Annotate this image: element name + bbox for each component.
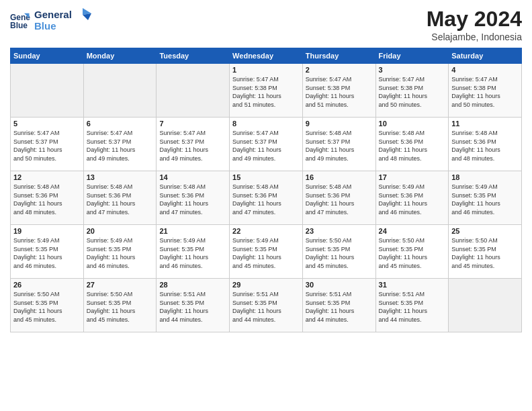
day-number: 6 (87, 120, 154, 128)
col-sunday: Sunday (11, 48, 84, 64)
table-row: 5Sunrise: 5:47 AMSunset: 5:37 PMDaylight… (11, 118, 84, 171)
day-info: Sunrise: 5:48 AMSunset: 5:36 PMDaylight:… (13, 183, 81, 216)
day-info: Sunrise: 5:47 AMSunset: 5:37 PMDaylight:… (159, 129, 226, 163)
day-number: 3 (379, 66, 446, 74)
table-row: 13Sunrise: 5:48 AMSunset: 5:36 PMDayligh… (83, 171, 157, 225)
col-saturday: Saturday (449, 48, 522, 64)
col-tuesday: Tuesday (157, 48, 230, 64)
table-row: 23Sunrise: 5:50 AMSunset: 5:35 PMDayligh… (302, 225, 375, 279)
calendar-week-row: 12Sunrise: 5:48 AMSunset: 5:36 PMDayligh… (11, 171, 522, 225)
table-row: 27Sunrise: 5:50 AMSunset: 5:35 PMDayligh… (83, 279, 157, 332)
location: Selajambe, Indonesia (427, 32, 522, 42)
table-row: 1Sunrise: 5:47 AMSunset: 5:38 PMDaylight… (230, 64, 303, 118)
day-info: Sunrise: 5:50 AMSunset: 5:35 PMDaylight:… (451, 236, 519, 270)
day-info: Sunrise: 5:48 AMSunset: 5:36 PMDaylight:… (306, 183, 373, 216)
table-row: 17Sunrise: 5:49 AMSunset: 5:36 PMDayligh… (375, 171, 449, 225)
table-row: 4Sunrise: 5:47 AMSunset: 5:38 PMDaylight… (449, 64, 522, 118)
day-number: 12 (13, 173, 81, 181)
table-row: 28Sunrise: 5:51 AMSunset: 5:35 PMDayligh… (157, 279, 230, 332)
day-number: 30 (306, 281, 373, 289)
day-info: Sunrise: 5:51 AMSunset: 5:35 PMDaylight:… (159, 290, 226, 324)
table-row (449, 279, 522, 332)
day-info: Sunrise: 5:49 AMSunset: 5:35 PMDaylight:… (87, 236, 154, 270)
day-number: 24 (379, 227, 446, 235)
day-number: 7 (159, 120, 226, 128)
table-row: 2Sunrise: 5:47 AMSunset: 5:38 PMDaylight… (302, 64, 375, 118)
table-row: 30Sunrise: 5:51 AMSunset: 5:35 PMDayligh… (302, 279, 375, 332)
table-row: 8Sunrise: 5:47 AMSunset: 5:37 PMDaylight… (230, 118, 303, 171)
day-number: 26 (13, 281, 81, 289)
table-row: 12Sunrise: 5:48 AMSunset: 5:36 PMDayligh… (11, 171, 84, 225)
col-wednesday: Wednesday (230, 48, 303, 64)
header: General Blue General Blue May 2024 Selaj… (10, 7, 522, 42)
day-info: Sunrise: 5:51 AMSunset: 5:35 PMDaylight:… (232, 290, 300, 324)
day-number: 4 (451, 66, 519, 74)
day-number: 28 (159, 281, 226, 289)
day-info: Sunrise: 5:51 AMSunset: 5:35 PMDaylight:… (306, 290, 373, 324)
calendar-week-row: 26Sunrise: 5:50 AMSunset: 5:35 PMDayligh… (11, 279, 522, 332)
table-row: 10Sunrise: 5:48 AMSunset: 5:36 PMDayligh… (375, 118, 449, 171)
calendar-week-row: 1Sunrise: 5:47 AMSunset: 5:38 PMDaylight… (11, 64, 522, 118)
table-row: 16Sunrise: 5:48 AMSunset: 5:36 PMDayligh… (302, 171, 375, 225)
table-row: 21Sunrise: 5:49 AMSunset: 5:35 PMDayligh… (157, 225, 230, 279)
table-row: 9Sunrise: 5:48 AMSunset: 5:37 PMDaylight… (302, 118, 375, 171)
table-row: 14Sunrise: 5:48 AMSunset: 5:36 PMDayligh… (157, 171, 230, 225)
logo: General Blue General Blue (10, 7, 95, 35)
day-number: 29 (232, 281, 300, 289)
title-area: May 2024 Selajambe, Indonesia (427, 7, 522, 42)
day-number: 11 (451, 120, 519, 128)
table-row: 18Sunrise: 5:49 AMSunset: 5:35 PMDayligh… (449, 171, 522, 225)
day-info: Sunrise: 5:47 AMSunset: 5:38 PMDaylight:… (232, 75, 300, 109)
table-row: 7Sunrise: 5:47 AMSunset: 5:37 PMDaylight… (157, 118, 230, 171)
day-info: Sunrise: 5:49 AMSunset: 5:35 PMDaylight:… (232, 236, 300, 270)
calendar-week-row: 5Sunrise: 5:47 AMSunset: 5:37 PMDaylight… (11, 118, 522, 171)
day-number: 5 (13, 120, 81, 128)
day-info: Sunrise: 5:48 AMSunset: 5:36 PMDaylight:… (379, 129, 446, 163)
month-title: May 2024 (427, 7, 522, 32)
day-info: Sunrise: 5:48 AMSunset: 5:36 PMDaylight:… (87, 183, 154, 216)
day-info: Sunrise: 5:49 AMSunset: 5:35 PMDaylight:… (451, 183, 519, 216)
day-number: 20 (87, 227, 154, 235)
logo-bird-icon: General Blue (34, 7, 95, 32)
day-number: 16 (306, 173, 373, 181)
day-number: 21 (159, 227, 226, 235)
page: General Blue General Blue May 2024 Selaj… (0, 0, 532, 411)
day-number: 14 (159, 173, 226, 181)
day-number: 25 (451, 227, 519, 235)
table-row: 19Sunrise: 5:49 AMSunset: 5:35 PMDayligh… (11, 225, 84, 279)
day-info: Sunrise: 5:50 AMSunset: 5:35 PMDaylight:… (87, 290, 154, 324)
day-info: Sunrise: 5:47 AMSunset: 5:38 PMDaylight:… (379, 75, 446, 109)
day-info: Sunrise: 5:48 AMSunset: 5:37 PMDaylight:… (306, 129, 373, 163)
day-info: Sunrise: 5:47 AMSunset: 5:38 PMDaylight:… (306, 75, 373, 109)
calendar-week-row: 19Sunrise: 5:49 AMSunset: 5:35 PMDayligh… (11, 225, 522, 279)
day-info: Sunrise: 5:50 AMSunset: 5:35 PMDaylight:… (306, 236, 373, 270)
day-info: Sunrise: 5:47 AMSunset: 5:37 PMDaylight:… (87, 129, 154, 163)
day-number: 13 (87, 173, 154, 181)
svg-text:Blue: Blue (34, 20, 56, 32)
table-row: 6Sunrise: 5:47 AMSunset: 5:37 PMDaylight… (83, 118, 157, 171)
day-info: Sunrise: 5:48 AMSunset: 5:36 PMDaylight:… (451, 129, 519, 163)
day-info: Sunrise: 5:48 AMSunset: 5:36 PMDaylight:… (232, 183, 300, 216)
col-thursday: Thursday (302, 48, 375, 64)
table-row (11, 64, 84, 118)
day-info: Sunrise: 5:49 AMSunset: 5:36 PMDaylight:… (379, 183, 446, 216)
day-info: Sunrise: 5:50 AMSunset: 5:35 PMDaylight:… (379, 236, 446, 270)
day-number: 2 (306, 66, 373, 74)
day-number: 10 (379, 120, 446, 128)
table-row: 20Sunrise: 5:49 AMSunset: 5:35 PMDayligh… (83, 225, 157, 279)
day-info: Sunrise: 5:48 AMSunset: 5:36 PMDaylight:… (159, 183, 226, 216)
table-row: 31Sunrise: 5:51 AMSunset: 5:35 PMDayligh… (375, 279, 449, 332)
col-friday: Friday (375, 48, 449, 64)
svg-text:General: General (34, 9, 72, 20)
table-row: 25Sunrise: 5:50 AMSunset: 5:35 PMDayligh… (449, 225, 522, 279)
table-row: 24Sunrise: 5:50 AMSunset: 5:35 PMDayligh… (375, 225, 449, 279)
day-number: 9 (306, 120, 373, 128)
table-row (83, 64, 157, 118)
table-row: 3Sunrise: 5:47 AMSunset: 5:38 PMDaylight… (375, 64, 449, 118)
col-monday: Monday (83, 48, 157, 64)
logo-icon: General Blue (10, 11, 30, 31)
day-number: 18 (451, 173, 519, 181)
day-number: 8 (232, 120, 300, 128)
day-number: 22 (232, 227, 300, 235)
table-row: 11Sunrise: 5:48 AMSunset: 5:36 PMDayligh… (449, 118, 522, 171)
